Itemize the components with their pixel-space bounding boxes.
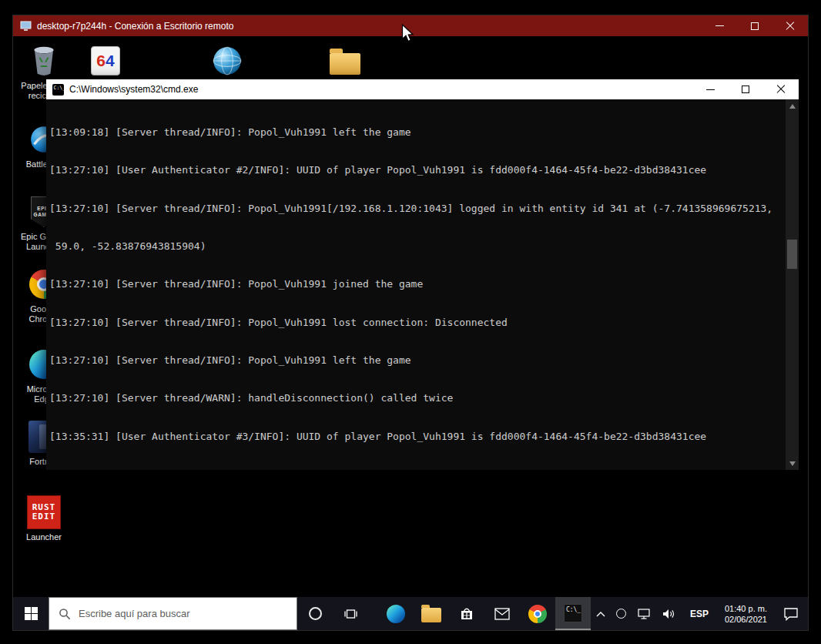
- taskbar-spacer: [368, 597, 378, 630]
- start-button[interactable]: [13, 597, 49, 630]
- console-scrollbar[interactable]: [786, 99, 799, 470]
- tray-volume-button[interactable]: [656, 597, 681, 630]
- cmd-window-title: C:\Windows\system32\cmd.exe: [69, 84, 692, 95]
- rdp-window-icon: [20, 21, 32, 32]
- desktop-icon-rustedit[interactable]: RUST EDIT Launcher: [13, 495, 76, 542]
- minimize-icon: [715, 25, 724, 26]
- chrome-icon: [528, 605, 547, 623]
- console-log-line: [13:35:31] [Server thread/INFO]: Popol_V…: [49, 468, 786, 470]
- taskbar-search-box[interactable]: Escribe aquí para buscar: [49, 597, 297, 630]
- cmd-titlebar[interactable]: C:\_ C:\Windows\system32\cmd.exe: [46, 79, 799, 99]
- globe-installer-icon: [210, 44, 244, 78]
- microsoft-store-icon: [459, 606, 474, 622]
- chevron-up-icon: [596, 611, 605, 617]
- search-icon: [59, 608, 71, 620]
- mail-icon: [494, 608, 510, 620]
- remote-desktop-window: desktop-r7p244h - Conexión a Escritorio …: [13, 15, 808, 630]
- taskbar-chrome-button[interactable]: [520, 597, 555, 630]
- cortana-button[interactable]: [297, 597, 333, 630]
- scroll-up-arrow-icon[interactable]: [786, 99, 799, 112]
- console-output[interactable]: [13:09:18] [Server thread/INFO]: Popol_V…: [46, 99, 786, 470]
- cmd-window-icon: C:\_: [52, 84, 64, 96]
- remote-session-icon: [616, 609, 626, 619]
- rustedit-icon: RUST EDIT: [27, 495, 61, 529]
- console-log-line: [13:27:10] [Server thread/INFO]: Popol_V…: [49, 354, 786, 367]
- taskbar-file-explorer-button[interactable]: [414, 597, 449, 630]
- action-center-icon: [783, 607, 799, 621]
- desktop-icon-label: Launcher: [26, 532, 62, 542]
- console-log-line: [13:27:10] [Server thread/INFO]: Popol_V…: [49, 278, 786, 290]
- folder-icon: [328, 44, 362, 78]
- cmd-icon: C:\_: [564, 604, 582, 622]
- console-log-line: [13:27:10] [Server thread/INFO]: Popol_V…: [49, 203, 786, 215]
- console-log-line: [13:27:10] [User Authenticator #2/INFO]:…: [49, 164, 786, 176]
- clock-date: 02/06/2021: [725, 614, 767, 625]
- app-64-glyph-6: 6: [96, 52, 106, 70]
- app-64-icon: 6 4: [89, 44, 122, 78]
- desktop-icon-folder[interactable]: [313, 44, 377, 81]
- taskbar-edge-button[interactable]: [378, 597, 414, 630]
- recycle-bin-icon: [27, 44, 61, 78]
- file-explorer-icon: [421, 608, 441, 622]
- close-icon: [786, 22, 795, 31]
- taskbar-mail-button[interactable]: [484, 597, 520, 630]
- minimize-icon: [706, 89, 715, 90]
- cortana-icon: [309, 607, 322, 620]
- console-log-line: [13:27:10] [Server thread/INFO]: Popol_V…: [49, 317, 786, 329]
- clock-time: 01:40 p. m.: [725, 603, 767, 614]
- cmd-close-button[interactable]: [763, 79, 799, 99]
- taskbar-store-button[interactable]: [449, 597, 484, 630]
- system-tray: ESP 01:40 p. m. 02/06/2021: [591, 597, 808, 630]
- action-center-button[interactable]: [774, 597, 808, 630]
- console-log-line: 59.0, -52.83876943815904): [49, 240, 786, 253]
- task-view-button[interactable]: [333, 597, 368, 630]
- rdp-window-title: desktop-r7p244h - Conexión a Escritorio …: [37, 21, 702, 32]
- windows-logo-icon: [25, 607, 38, 620]
- taskbar-cmd-button[interactable]: C:\_: [555, 597, 591, 630]
- taskbar-clock[interactable]: 01:40 p. m. 02/06/2021: [718, 603, 774, 625]
- search-placeholder: Escribe aquí para buscar: [79, 608, 190, 619]
- scroll-down-arrow-icon[interactable]: [786, 457, 799, 470]
- desktop-icon-app-64[interactable]: 6 4: [73, 44, 138, 81]
- task-view-icon: [343, 607, 358, 621]
- taskbar: Escribe aquí para buscar: [13, 597, 808, 630]
- rdp-maximize-button[interactable]: [737, 15, 772, 36]
- tray-network-button[interactable]: [632, 597, 656, 630]
- console-log-line: [13:35:31] [User Authenticator #3/INFO]:…: [49, 431, 786, 443]
- scrollbar-thumb[interactable]: [787, 240, 797, 269]
- speaker-icon: [662, 608, 675, 620]
- tray-remote-session-button[interactable]: [611, 597, 632, 630]
- rdp-minimize-button[interactable]: [702, 15, 737, 36]
- language-indicator[interactable]: ESP: [681, 609, 718, 619]
- console-log-line: [13:09:18] [Server thread/INFO]: Popol_V…: [49, 126, 786, 139]
- console-log-line: [13:27:10] [Server thread/WARN]: handleD…: [49, 392, 786, 404]
- cmd-window: C:\_ C:\Windows\system32\cmd.exe [13:09:…: [46, 79, 799, 470]
- network-icon: [637, 608, 651, 620]
- rdp-close-button[interactable]: [772, 15, 808, 36]
- rdp-titlebar[interactable]: desktop-r7p244h - Conexión a Escritorio …: [13, 15, 808, 36]
- desktop[interactable]: Papelera de reciclaje 6 4: [13, 36, 808, 597]
- maximize-icon: [751, 22, 759, 30]
- close-icon: [776, 85, 786, 94]
- maximize-icon: [742, 86, 749, 93]
- cmd-maximize-button[interactable]: [728, 79, 763, 99]
- desktop-icon-globe-installer[interactable]: [195, 44, 260, 81]
- cmd-minimize-button[interactable]: [692, 79, 728, 99]
- app-64-glyph-4: 4: [106, 52, 115, 70]
- edge-icon: [387, 605, 405, 623]
- rustedit-glyph: RUST EDIT: [32, 503, 56, 522]
- tray-show-hidden-icons-button[interactable]: [591, 597, 611, 630]
